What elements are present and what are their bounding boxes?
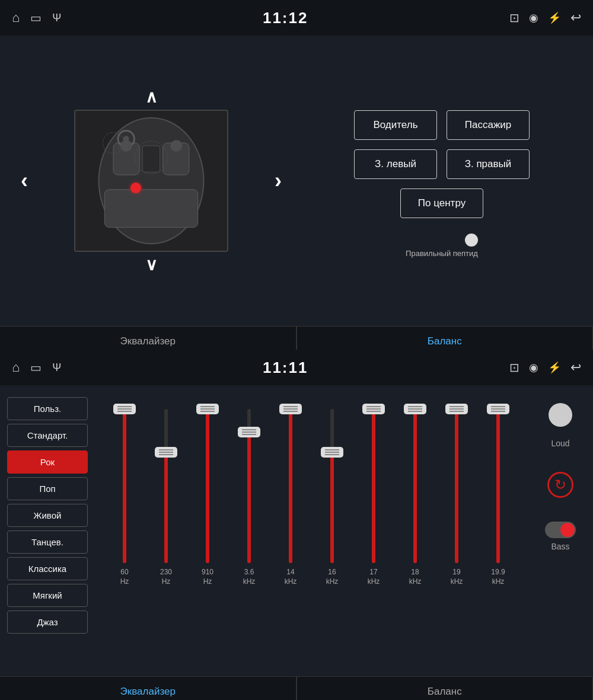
center-button[interactable]: По центру — [400, 188, 483, 218]
slider-fill-910 — [206, 409, 209, 563]
slider-thumb-910[interactable] — [196, 404, 219, 414]
slider-fill-14 — [289, 409, 292, 563]
status-bar-left-icons-2 — [12, 360, 61, 375]
bottom-panel: 11:11 Польз.Стандарт.РокПопЖивойТанцев.К… — [0, 350, 593, 700]
slider-thumb-60[interactable] — [113, 404, 136, 414]
location-icon[interactable] — [529, 11, 538, 24]
slider-fill-16 — [330, 452, 334, 563]
tab-equalizer-bottom[interactable]: Эквалайзер — [0, 677, 296, 700]
bass-toggle[interactable] — [545, 522, 576, 538]
slider-track-19.9[interactable] — [496, 409, 500, 563]
slider-thumb-230[interactable] — [155, 447, 177, 458]
slider-track-3.6[interactable] — [247, 409, 251, 563]
seat-down-button[interactable] — [136, 252, 167, 277]
preset-btn-классика[interactable]: Классика — [7, 557, 88, 580]
seat-position-indicator — [130, 183, 141, 193]
presets-sidebar: Польз.Стандарт.РокПопЖивойТанцев.Классик… — [0, 391, 95, 670]
slider-col-910: 910 Hz — [190, 397, 225, 670]
slider-label-60: 60 Hz — [120, 568, 129, 586]
eq-right-controls: Loud Bass — [528, 391, 593, 670]
back-icon-2[interactable] — [570, 360, 581, 375]
seat-right-button[interactable] — [266, 165, 291, 196]
rear-left-button[interactable]: З. левый — [354, 149, 437, 179]
status-bar-right-icons — [509, 10, 581, 25]
loud-label: Loud — [551, 439, 569, 448]
balance-radio-indicator — [465, 234, 478, 247]
slider-fill-3.6 — [247, 432, 251, 563]
svg-rect-4 — [104, 190, 197, 228]
rear-right-button[interactable]: З. правый — [447, 149, 530, 179]
bottom-time-display: 11:11 — [263, 359, 308, 377]
seat-left-button[interactable] — [12, 165, 37, 196]
slider-col-19: 19 kHz — [439, 397, 474, 670]
slider-track-14[interactable] — [289, 409, 292, 563]
slider-track-230[interactable] — [164, 409, 168, 563]
screen-icon-2[interactable] — [30, 360, 42, 375]
preset-btn-живой[interactable]: Живой — [7, 504, 88, 527]
slider-thumb-3.6[interactable] — [238, 427, 260, 437]
slider-thumb-19.9[interactable] — [487, 404, 509, 414]
balance-content: Водитель Пассажир З. левый З. правый По … — [0, 36, 593, 326]
usb-icon-2 — [52, 362, 61, 374]
seat-image-container — [74, 110, 228, 252]
slider-col-3.6: 3.6 kHz — [231, 397, 267, 670]
bass-toggle-knob — [560, 523, 575, 537]
balance-radio-label: Правильный пептид — [406, 249, 478, 258]
passenger-button[interactable]: Пассажир — [447, 110, 530, 140]
chevron-up-icon — [145, 88, 158, 106]
seat-up-button[interactable] — [136, 84, 167, 110]
home-icon[interactable] — [12, 10, 20, 25]
tab-balance-bottom[interactable]: Баланс — [297, 677, 594, 700]
reset-icon — [554, 477, 566, 493]
slider-track-17[interactable] — [372, 409, 375, 563]
back-icon[interactable] — [570, 10, 581, 25]
svg-point-10 — [120, 140, 132, 152]
preset-btn-танцев.[interactable]: Танцев. — [7, 530, 88, 554]
slider-thumb-18[interactable] — [404, 404, 426, 414]
bluetooth-icon[interactable] — [548, 11, 561, 24]
slider-thumb-14[interactable] — [279, 404, 302, 414]
preset-btn-мягкий[interactable]: Мягкий — [7, 584, 88, 607]
slider-label-19.9: 19.9 kHz — [491, 568, 505, 586]
preset-btn-польз.[interactable]: Польз. — [7, 397, 88, 420]
screen-icon[interactable] — [30, 11, 42, 25]
slider-label-19: 19 kHz — [451, 568, 463, 586]
balance-radio-area: Правильный пептид — [406, 234, 478, 258]
location-icon-2[interactable] — [529, 361, 538, 374]
balance-row-rear: З. левый З. правый — [354, 149, 530, 179]
preset-btn-поп[interactable]: Поп — [7, 477, 88, 500]
slider-thumb-17[interactable] — [362, 404, 385, 414]
slider-fill-60 — [123, 409, 126, 563]
top-panel: 11:12 — [0, 0, 593, 350]
chevron-right-icon — [275, 172, 282, 191]
slider-track-910[interactable] — [206, 409, 209, 563]
slider-track-60[interactable] — [123, 409, 126, 563]
slider-track-16[interactable] — [330, 409, 334, 563]
cast-icon[interactable] — [509, 11, 519, 25]
slider-col-230: 230 Hz — [148, 397, 184, 670]
top-time-display: 11:12 — [263, 9, 308, 27]
sliders-container: 60 Hz230 Hz910 Hz3.6 kHz14 kHz16 kHz17 k… — [98, 397, 525, 670]
seat-map-row — [12, 110, 291, 252]
cast-icon-2[interactable] — [509, 360, 519, 375]
driver-button[interactable]: Водитель — [354, 110, 437, 140]
slider-label-17: 17 kHz — [368, 568, 380, 586]
slider-track-19[interactable] — [455, 409, 458, 563]
slider-label-14: 14 kHz — [285, 568, 297, 586]
home-icon-2[interactable] — [12, 360, 20, 375]
slider-label-910: 910 Hz — [202, 568, 213, 586]
slider-col-18: 18 kHz — [397, 397, 433, 670]
preset-btn-джаз[interactable]: Джаз — [7, 610, 88, 634]
slider-thumb-19[interactable] — [445, 404, 468, 414]
chevron-down-icon — [145, 255, 158, 274]
slider-thumb-16[interactable] — [321, 447, 343, 458]
preset-btn-стандарт.[interactable]: Стандарт. — [7, 424, 88, 447]
reset-button[interactable] — [547, 472, 573, 498]
slider-fill-18 — [413, 409, 417, 563]
status-bar-right-icons-2 — [509, 360, 581, 375]
bluetooth-icon-2[interactable] — [548, 361, 561, 374]
loud-button[interactable] — [549, 403, 572, 427]
slider-track-18[interactable] — [413, 409, 417, 563]
preset-btn-рок[interactable]: Рок — [7, 450, 88, 474]
bass-toggle-area: Bass — [545, 522, 576, 551]
